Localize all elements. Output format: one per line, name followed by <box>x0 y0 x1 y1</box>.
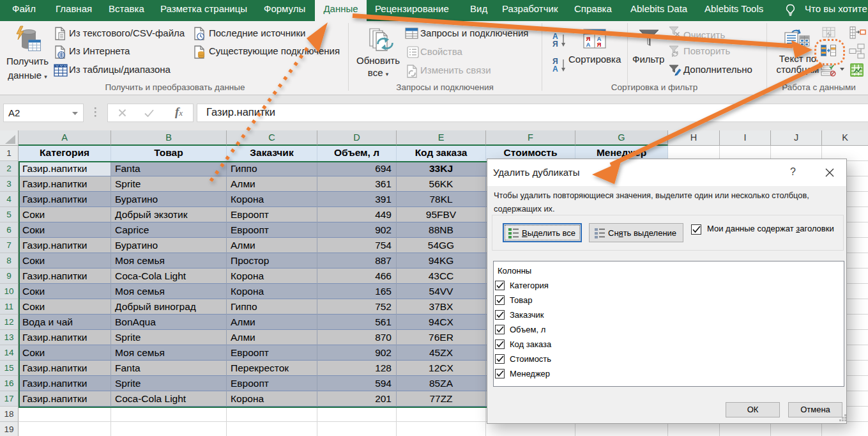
svg-text:Я: Я <box>597 41 602 48</box>
svg-text:А: А <box>586 41 591 48</box>
